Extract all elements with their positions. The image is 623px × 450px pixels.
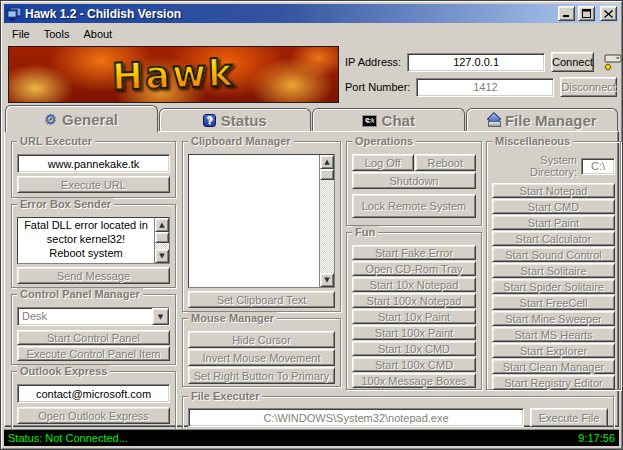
execute-file-button[interactable]: Execute File: [530, 408, 608, 427]
operations-group: Operations Log Off Reboot Shutdown Lock …: [346, 141, 482, 226]
ip-address-label: IP Address:: [345, 56, 401, 68]
start-10x-paint-button[interactable]: Start 10x Paint: [352, 309, 476, 324]
menu-about[interactable]: About: [76, 26, 119, 42]
scroll-up-icon[interactable]: ▲: [155, 218, 169, 232]
titlebar: Hawk 1.2 - Childish Version: [4, 4, 619, 23]
minimize-button[interactable]: [558, 6, 575, 21]
url-input[interactable]: [17, 154, 170, 173]
start-notepad-button[interactable]: Start Notepad: [492, 183, 615, 198]
mouse-manager-group: Mouse Manager Hide Cursor Invert Mouse M…: [182, 318, 341, 387]
error-message-box[interactable]: Fatal DLL error located in sector kernel…: [17, 217, 170, 264]
error-message-text: Fatal DLL error located in sector kernel…: [18, 218, 154, 263]
menu-tools[interactable]: Tools: [37, 26, 77, 42]
banner-row: Hawk IP Address: Connect Port N: [1, 45, 622, 105]
tab-chat-label: Chat: [382, 112, 415, 129]
control-panel-manager-title: Control Panel Manager: [17, 288, 143, 300]
error-box-sender-group: Error Box Sender Fatal DLL error located…: [11, 204, 176, 288]
start-sound-control-button[interactable]: Start Sound Control: [492, 247, 615, 262]
chevron-down-icon[interactable]: ▼: [152, 308, 169, 325]
tab-chat[interactable]: Chat: [312, 108, 465, 132]
fun-title: Fun: [352, 226, 378, 238]
start-100x-cmd-button[interactable]: Start 100x CMD: [352, 357, 476, 372]
file-path-input[interactable]: [188, 408, 524, 427]
help-icon: ?: [203, 114, 216, 127]
url-executer-title: URL Executer: [17, 135, 95, 147]
maximize-button[interactable]: [578, 6, 595, 21]
hide-cursor-button[interactable]: Hide Cursor: [188, 331, 335, 348]
tab-status[interactable]: ? Status: [159, 108, 312, 132]
open-outlook-express-button[interactable]: Open Outlook Express: [17, 407, 170, 424]
tab-file-manager[interactable]: File Manager: [466, 108, 619, 132]
start-registry-editor-button[interactable]: Start Registry Editor: [492, 375, 615, 390]
tab-general[interactable]: ⚙ General: [5, 105, 158, 132]
start-clean-manager-button[interactable]: Start Clean Manager: [492, 359, 615, 374]
fire-banner: Hawk: [8, 46, 339, 103]
control-panel-manager-group: Control Panel Manager Desk ▼ Start Contr…: [11, 294, 176, 365]
start-fake-error-button[interactable]: Start Fake Error: [352, 245, 476, 260]
window-title: Hawk 1.2 - Childish Version: [25, 7, 555, 21]
outlook-express-group: Outlook Express Open Outlook Express: [11, 371, 176, 431]
set-clipboard-text-button[interactable]: Set Clipboard Text: [188, 291, 335, 308]
tab-general-label: General: [62, 111, 118, 128]
shutdown-button[interactable]: Shutdown: [352, 172, 476, 189]
tab-status-label: Status: [221, 112, 267, 129]
gears-icon: ⚙: [45, 112, 58, 126]
status-text: Status: Not Connected...: [8, 432, 578, 444]
start-10x-cmd-button[interactable]: Start 10x CMD: [352, 341, 476, 356]
execute-control-panel-item-button[interactable]: Execute Control Panel Item: [17, 346, 170, 361]
scroll-up-icon[interactable]: ▲: [320, 155, 334, 169]
scrollbar-thumb[interactable]: [320, 169, 334, 180]
start-ms-hearts-button[interactable]: Start MS Hearts: [492, 327, 615, 342]
lock-remote-system-button[interactable]: Lock Remote System: [352, 194, 476, 218]
system-directory-label: System Directory:: [492, 154, 577, 178]
status-bar: Status: Not Connected... 9:17:56: [4, 429, 619, 446]
open-cdrom-tray-button[interactable]: Open CD-Rom Tray: [352, 261, 476, 276]
start-cmd-button[interactable]: Start CMD: [492, 199, 615, 214]
start-paint-button[interactable]: Start Paint: [492, 215, 615, 230]
error-box-sender-title: Error Box Sender: [17, 198, 114, 210]
miscellaneous-group: Miscellaneous System Directory: Start No…: [486, 141, 621, 390]
start-freecell-button[interactable]: Start FreeCell: [492, 295, 615, 310]
outlook-express-title: Outlook Express: [17, 365, 110, 377]
clock-text: 9:17:56: [578, 432, 615, 444]
minimize-icon: [562, 9, 571, 18]
log-off-button[interactable]: Log Off: [352, 154, 414, 171]
hawk-logo: Hawk: [111, 50, 235, 98]
clipboard-text-box[interactable]: ▲ ▼: [188, 154, 335, 288]
menubar: File Tools About: [5, 25, 618, 43]
close-button[interactable]: [600, 6, 617, 21]
app-window: Hawk 1.2 - Childish Version File Tools A…: [0, 0, 623, 450]
scrollbar-thumb[interactable]: [155, 232, 169, 243]
email-input[interactable]: [17, 384, 170, 403]
start-10x-notepad-button[interactable]: Start 10x Notepad: [352, 277, 476, 292]
start-100x-notepad-button[interactable]: Start 100x Notepad: [352, 293, 476, 308]
start-solitaire-button[interactable]: Start Solitaire: [492, 263, 615, 278]
connect-button[interactable]: Connect: [551, 52, 594, 72]
menu-file[interactable]: File: [5, 26, 37, 42]
reboot-button[interactable]: Reboot: [415, 154, 477, 171]
remote-monitor-icon[interactable]: [6, 7, 22, 21]
100x-message-boxes-button[interactable]: 100x Message Boxes: [352, 373, 476, 388]
control-panel-item-select[interactable]: Desk ▼: [17, 307, 170, 326]
ip-address-input[interactable]: [407, 53, 545, 72]
disconnect-button[interactable]: Disconnect: [560, 77, 616, 97]
start-explorer-button[interactable]: Start Explorer: [492, 343, 615, 358]
start-mine-sweeper-button[interactable]: Start Mine Sweeper: [492, 311, 615, 326]
error-message-scrollbar[interactable]: ▲ ▼: [154, 218, 169, 263]
start-spider-solitaire-button[interactable]: Start Spider Solitaire: [492, 279, 615, 294]
system-directory-input[interactable]: [581, 158, 615, 175]
send-message-button[interactable]: Send Message: [17, 267, 170, 284]
invert-mouse-movement-button[interactable]: Invert Mouse Movement: [188, 349, 335, 366]
scroll-down-icon[interactable]: ▼: [320, 273, 334, 287]
clipboard-text: [189, 155, 319, 287]
port-number-label: Port Number:: [345, 81, 410, 93]
set-right-button-primary-button[interactable]: Set Right Button To Primary: [188, 367, 335, 384]
start-calculator-button[interactable]: Start Calculator: [492, 231, 615, 246]
tabstrip: ⚙ General ? Status Chat File Manager: [4, 105, 619, 132]
execute-url-button[interactable]: Execute URL: [17, 176, 170, 193]
scroll-down-icon[interactable]: ▼: [155, 249, 169, 263]
clipboard-scrollbar[interactable]: ▲ ▼: [319, 155, 334, 287]
start-100x-paint-button[interactable]: Start 100x Paint: [352, 325, 476, 340]
start-control-panel-button[interactable]: Start Control Panel: [17, 330, 170, 345]
port-number-input[interactable]: [416, 78, 554, 97]
